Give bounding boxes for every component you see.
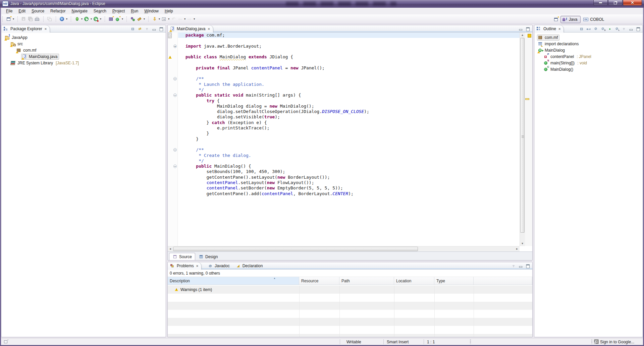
- minimize-window-button[interactable]: [593, 0, 608, 6]
- collapse-all-button[interactable]: ⊟: [130, 26, 136, 32]
- hide-fields-button[interactable]: ⊘: [593, 26, 598, 32]
- java-search-button[interactable]: [136, 15, 143, 23]
- run-dropdown-icon[interactable]: ▾: [91, 17, 92, 20]
- perspective-java[interactable]: JJava: [560, 16, 581, 23]
- close-icon[interactable]: ×: [208, 27, 210, 31]
- hide-static-button[interactable]: ⊘S: [600, 26, 605, 32]
- close-icon[interactable]: ×: [558, 27, 560, 31]
- restore-window-button[interactable]: [608, 0, 623, 6]
- fold-expand-icon[interactable]: +: [173, 45, 177, 48]
- forward-button[interactable]: ⇨: [186, 15, 193, 23]
- tab-package-explorer[interactable]: Package Explorer ×: [1, 25, 50, 33]
- sort-button[interactable]: a↓z: [586, 26, 591, 32]
- close-icon[interactable]: ×: [196, 264, 198, 268]
- view-menu-button[interactable]: ▽: [144, 26, 150, 32]
- tab-maindialog-java[interactable]: J MainDialog.java ×: [168, 25, 213, 33]
- horizontal-scroll-thumb[interactable]: [173, 247, 418, 251]
- editor-vertical-scrollbar[interactable]: ▲ ▼: [520, 33, 525, 246]
- overview-ruler[interactable]: [525, 33, 532, 246]
- new-java-class-button[interactable]: ★: [114, 15, 121, 23]
- outline-item-com-mf[interactable]: com.mf: [534, 34, 643, 41]
- open-type-button[interactable]: [129, 15, 136, 23]
- open-resource-button[interactable]: [46, 15, 53, 23]
- menu-refactor[interactable]: Refactor: [47, 8, 68, 14]
- new-java-class-dropdown-icon[interactable]: ▾: [122, 17, 123, 20]
- outline-item-maindialog[interactable]: CMainDialog: [534, 47, 643, 53]
- outline-item-main-string-[interactable]: Smain(String[]) : void: [534, 60, 643, 66]
- menu-run[interactable]: Run: [128, 8, 141, 14]
- open-perspective-button[interactable]: ★: [553, 16, 559, 23]
- run-button[interactable]: [83, 15, 90, 23]
- warning-icon[interactable]: !: [168, 55, 172, 60]
- minimize-button[interactable]: [518, 26, 523, 32]
- view-menu-button[interactable]: ▽: [511, 263, 516, 269]
- outline-item-maindialog-[interactable]: CMainDialog(): [534, 66, 643, 72]
- back-button[interactable]: ⇦: [177, 15, 183, 23]
- mf-app-icon[interactable]: MF: [2, 1, 8, 6]
- maximize-button[interactable]: [635, 26, 641, 32]
- code-lines[interactable]: package com.mf;import java.awt.BorderLay…: [178, 33, 520, 246]
- fold-collapse-icon[interactable]: −: [173, 94, 177, 97]
- maximize-button[interactable]: [525, 263, 530, 269]
- minimize-button[interactable]: [518, 263, 523, 269]
- menu-search[interactable]: Search: [91, 8, 109, 14]
- minimize-button[interactable]: [628, 26, 634, 32]
- debug-button[interactable]: [74, 15, 80, 23]
- fold-collapse-icon[interactable]: −: [173, 77, 177, 80]
- menu-navigate[interactable]: Navigate: [68, 8, 90, 14]
- debug-dropdown-icon[interactable]: ▾: [81, 17, 83, 20]
- folding-ruler[interactable]: +−−−−: [172, 33, 178, 246]
- profile-button[interactable]: [93, 15, 99, 23]
- status-trim-icon[interactable]: °: [4, 339, 9, 345]
- status-grip[interactable]: [591, 340, 592, 344]
- menu-file[interactable]: File: [3, 8, 15, 14]
- tab-problems[interactable]: Problems×: [168, 262, 202, 270]
- next-annotation-button[interactable]: ⇩: [151, 15, 158, 23]
- tab-design[interactable]: Design: [195, 253, 221, 260]
- overview-warning-marker[interactable]: [525, 98, 529, 100]
- minimize-button[interactable]: [151, 26, 157, 32]
- scroll-right-icon[interactable]: ►: [515, 246, 520, 251]
- scroll-left-icon[interactable]: ◄: [168, 246, 173, 251]
- menu-window[interactable]: Window: [141, 8, 162, 14]
- vertical-scroll-thumb[interactable]: [520, 38, 525, 233]
- java-search-dropdown-icon[interactable]: ▾: [144, 17, 145, 20]
- sign-in-google-link[interactable]: Sign in to Google...: [600, 340, 634, 344]
- save-button[interactable]: [20, 15, 27, 23]
- menu-edit[interactable]: Edit: [15, 8, 29, 14]
- save-all-button[interactable]: [27, 15, 34, 23]
- eight-ball-dropdown-icon[interactable]: ▾: [66, 17, 67, 20]
- new-java-project-button[interactable]: ★: [108, 15, 114, 23]
- outline-item-contentpanel[interactable]: FcontentPanel : JPanel: [534, 53, 643, 60]
- menu-project[interactable]: Project: [109, 8, 128, 14]
- overview-warning-summary-icon[interactable]: [528, 34, 531, 38]
- scroll-up-icon[interactable]: ▲: [520, 33, 525, 38]
- scroll-down-icon[interactable]: ▼: [520, 241, 525, 246]
- tab-declaration[interactable]: ◢Declaration: [233, 262, 266, 270]
- hide-local-types-button[interactable]: ⊘L: [614, 26, 620, 32]
- forward-dropdown-icon[interactable]: ▾: [194, 17, 195, 20]
- outline-item-import-declarations[interactable]: import declarations: [534, 41, 643, 47]
- fold-collapse-icon[interactable]: −: [173, 165, 177, 168]
- tab-javadoc[interactable]: @Javadoc: [205, 262, 233, 270]
- column-header-description[interactable]: Description: [168, 277, 299, 285]
- print-button[interactable]: [34, 15, 41, 23]
- close-window-button[interactable]: ✕: [623, 0, 642, 6]
- editor-horizontal-scrollbar[interactable]: ◄ ►: [168, 246, 520, 251]
- code-editor[interactable]: ! +−−−− package com.mf;import java.awt.B…: [168, 33, 520, 246]
- tab-outline[interactable]: Outline ×: [534, 25, 564, 33]
- package-explorer-item-com-mf[interactable]: com.mf: [1, 47, 166, 53]
- back-dropdown-icon[interactable]: ▾: [184, 17, 185, 20]
- status-grip[interactable]: [470, 340, 471, 344]
- package-explorer-item-maindialog-java[interactable]: JMainDialog.java: [1, 53, 166, 60]
- view-menu-button[interactable]: ▽: [621, 26, 627, 32]
- column-header-type[interactable]: Type: [434, 277, 474, 285]
- collapse-all-button[interactable]: ⊟: [579, 26, 584, 32]
- new-wizard-dropdown-icon[interactable]: ▾: [13, 17, 14, 20]
- fold-collapse-icon[interactable]: −: [173, 148, 177, 152]
- last-edit-location-button[interactable]: ↶: [170, 15, 177, 23]
- problems-row-warnings[interactable]: !Warnings (1 item): [168, 286, 532, 294]
- hide-non-public-button[interactable]: ●: [607, 26, 612, 32]
- close-icon[interactable]: ×: [45, 27, 47, 31]
- prev-annotation-button[interactable]: ∨: [161, 15, 167, 23]
